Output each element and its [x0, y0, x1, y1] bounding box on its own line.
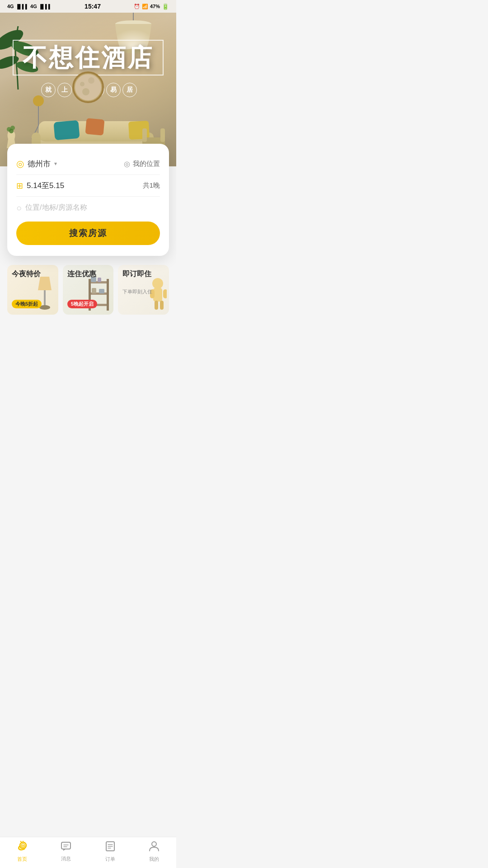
date-row[interactable]: ⊞ 5.14至5.15 共1晚 [16, 175, 160, 197]
alarm-icon: ⏰ [134, 4, 140, 9]
svg-point-14 [9, 129, 14, 133]
svg-rect-34 [98, 278, 101, 282]
svg-point-20 [75, 74, 102, 101]
svg-rect-17 [160, 128, 165, 142]
svg-rect-36 [99, 289, 104, 293]
promo-card-instant[interactable]: 即订即住 下单即刻入住 [118, 265, 169, 315]
battery-percent: 47% [150, 4, 160, 9]
city-row[interactable]: ◎ 德州市 ▾ ◎ 我的位置 [16, 153, 160, 175]
promo-title-1: 连住优惠 [67, 269, 96, 279]
svg-rect-41 [155, 301, 158, 310]
status-bar: 4G ▐▌▌▌ 4G ▐▌▌▌ 15:47 ⏰ 📶 47% 🔋 [0, 0, 176, 13]
date-selector[interactable]: ⊞ 5.14至5.15 [16, 180, 64, 191]
my-location-btn[interactable]: ◎ 我的位置 [124, 160, 160, 168]
search-circle-icon: ○ [16, 203, 22, 212]
promo-title-2: 即订即住 [122, 269, 151, 279]
svg-point-23 [82, 88, 89, 95]
city-name[interactable]: 德州市 [28, 159, 51, 169]
search-button[interactable]: 搜索房源 [16, 222, 160, 245]
night-count: 共1晚 [143, 181, 160, 190]
calendar-icon: ⊞ [16, 181, 23, 191]
promo-section: 今夜特价 今晚5折起 连住优惠 5晚起开启 [0, 256, 176, 315]
status-right: ⏰ 📶 47% 🔋 [134, 3, 169, 10]
hero-banner: 不想住酒店 就 上 华 人 易 居 [0, 13, 176, 166]
keyword-row[interactable]: ○ 位置/地标/房源名称 [16, 197, 160, 212]
my-location-icon: ◎ [124, 160, 130, 168]
promo-card-tonight[interactable]: 今夜特价 今晚5折起 [7, 265, 58, 315]
svg-point-22 [88, 77, 94, 84]
svg-rect-26 [44, 290, 46, 306]
promo-subtitle-2: 下单即刻入住 [122, 288, 152, 295]
location-pin-icon: ◎ [16, 158, 24, 169]
my-location-label[interactable]: 我的位置 [133, 160, 160, 168]
signal-right: 4G [30, 4, 37, 9]
hero-main-title: 不想住酒店 [23, 44, 154, 71]
promo-badge-0: 今晚5折起 [12, 300, 42, 308]
time-display: 15:47 [84, 3, 101, 10]
svg-rect-40 [163, 289, 167, 298]
svg-rect-42 [160, 301, 164, 310]
keyword-placeholder-text[interactable]: 位置/地标/房源名称 [25, 203, 87, 212]
svg-rect-29 [89, 292, 109, 295]
battery-icon: 🔋 [162, 3, 169, 10]
svg-rect-32 [107, 279, 109, 311]
svg-point-21 [80, 82, 84, 86]
dropdown-chevron: ▾ [54, 160, 57, 167]
teal-cushion [53, 120, 80, 141]
signal-bars-left: ▐▌▌▌ [16, 4, 28, 9]
signal-bars-right: ▐▌▌▌ [39, 4, 52, 9]
wifi-icon: 📶 [142, 4, 148, 9]
moon-frame [72, 71, 104, 103]
promo-badge-1: 5晚起开启 [67, 300, 97, 308]
signal-left: 4G [7, 4, 14, 9]
svg-point-7 [33, 95, 44, 106]
svg-rect-35 [92, 288, 96, 293]
city-selector[interactable]: ◎ 德州市 ▾ [16, 158, 57, 169]
status-left: 4G ▐▌▌▌ 4G ▐▌▌▌ [7, 4, 52, 9]
svg-point-37 [152, 278, 163, 289]
promo-card-stay[interactable]: 连住优惠 5晚起开启 [63, 265, 114, 315]
date-range-text[interactable]: 5.14至5.15 [27, 180, 64, 191]
svg-rect-16 [142, 128, 147, 142]
search-card: ◎ 德州市 ▾ ◎ 我的位置 ⊞ 5.14至5.15 共1晚 ○ 位置/地标/房… [7, 144, 169, 256]
orange-cushion [85, 118, 105, 135]
promo-title-0: 今夜特价 [12, 269, 41, 279]
promo-grid: 今夜特价 今晚5折起 连住优惠 5晚起开启 [7, 265, 169, 315]
